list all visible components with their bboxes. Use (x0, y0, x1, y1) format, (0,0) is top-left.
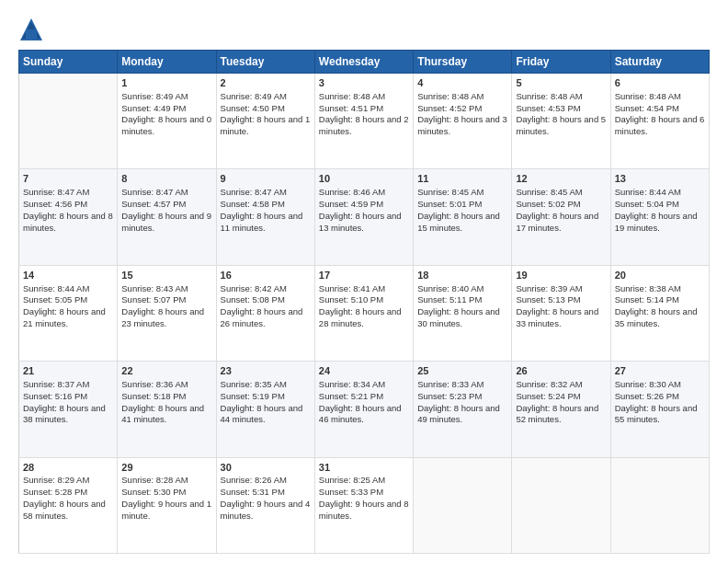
weekday-header: Monday (118, 51, 216, 74)
day-number: 23 (221, 364, 311, 378)
sunrise-text: Sunrise: 8:48 AM (615, 91, 681, 101)
calendar-cell (512, 457, 610, 553)
daylight-text: Daylight: 8 hours and 8 minutes. (23, 211, 113, 233)
calendar-cell: 26Sunrise: 8:32 AMSunset: 5:24 PMDayligh… (512, 362, 610, 457)
sunrise-text: Sunrise: 8:45 AM (417, 187, 483, 197)
day-number: 17 (319, 269, 409, 282)
calendar-cell: 29Sunrise: 8:28 AMSunset: 5:30 PMDayligh… (118, 457, 216, 553)
daylight-text: Daylight: 8 hours and 35 minutes. (615, 306, 698, 328)
calendar-week-row: 14Sunrise: 8:44 AMSunset: 5:05 PMDayligh… (19, 265, 710, 361)
calendar-table: SundayMondayTuesdayWednesdayThursdayFrid… (18, 50, 710, 554)
calendar-cell: 6Sunrise: 8:48 AMSunset: 4:54 PMDaylight… (610, 74, 709, 169)
day-number: 19 (516, 269, 606, 282)
day-number: 27 (615, 364, 705, 378)
day-number: 12 (516, 172, 606, 186)
sunset-text: Sunset: 5:11 PM (417, 294, 482, 304)
sunset-text: Sunset: 5:13 PM (516, 294, 580, 304)
sunrise-text: Sunrise: 8:45 AM (516, 187, 582, 197)
sunrise-text: Sunrise: 8:32 AM (516, 379, 582, 389)
sunset-text: Sunset: 5:33 PM (319, 487, 383, 497)
weekday-header: Friday (512, 51, 610, 74)
day-number: 18 (417, 269, 507, 282)
weekday-header: Sunday (19, 51, 118, 74)
daylight-text: Daylight: 8 hours and 49 minutes. (417, 403, 500, 425)
day-number: 3 (319, 76, 409, 90)
sunset-text: Sunset: 5:28 PM (23, 487, 87, 497)
sunset-text: Sunset: 5:07 PM (121, 294, 186, 304)
day-number: 6 (615, 76, 705, 90)
daylight-text: Daylight: 9 hours and 4 minutes. (221, 499, 311, 521)
calendar-cell: 21Sunrise: 8:37 AMSunset: 5:16 PMDayligh… (19, 362, 118, 457)
sunrise-text: Sunrise: 8:37 AM (23, 379, 89, 389)
sunset-text: Sunset: 4:51 PM (319, 103, 383, 113)
calendar-cell: 27Sunrise: 8:30 AMSunset: 5:26 PMDayligh… (610, 362, 709, 457)
sunset-text: Sunset: 5:14 PM (615, 294, 679, 304)
calendar-cell (414, 457, 512, 553)
sunrise-text: Sunrise: 8:28 AM (121, 475, 188, 485)
calendar-cell: 13Sunrise: 8:44 AMSunset: 5:04 PMDayligh… (610, 169, 709, 265)
sunset-text: Sunset: 5:08 PM (221, 294, 285, 304)
calendar-header: SundayMondayTuesdayWednesdayThursdayFrid… (19, 51, 710, 74)
weekday-header: Thursday (414, 51, 512, 74)
daylight-text: Daylight: 8 hours and 41 minutes. (121, 403, 204, 425)
sunrise-text: Sunrise: 8:33 AM (417, 379, 483, 389)
day-number: 7 (23, 172, 113, 186)
sunrise-text: Sunrise: 8:49 AM (221, 91, 287, 101)
day-number: 16 (221, 269, 311, 282)
sunset-text: Sunset: 5:10 PM (319, 294, 383, 304)
day-number: 30 (221, 461, 311, 475)
day-number: 2 (221, 76, 311, 90)
sunset-text: Sunset: 5:02 PM (516, 199, 580, 209)
daylight-text: Daylight: 8 hours and 28 minutes. (319, 306, 402, 328)
daylight-text: Daylight: 8 hours and 38 minutes. (23, 403, 106, 425)
sunset-text: Sunset: 4:52 PM (417, 103, 482, 113)
sunrise-text: Sunrise: 8:48 AM (516, 91, 582, 101)
sunrise-text: Sunrise: 8:30 AM (615, 379, 681, 389)
sunrise-text: Sunrise: 8:48 AM (417, 91, 483, 101)
daylight-text: Daylight: 8 hours and 33 minutes. (516, 306, 598, 328)
day-number: 8 (121, 172, 211, 186)
day-number: 4 (417, 76, 507, 90)
daylight-text: Daylight: 8 hours and 44 minutes. (221, 403, 303, 425)
sunrise-text: Sunrise: 8:43 AM (121, 283, 188, 293)
sunset-text: Sunset: 4:49 PM (121, 103, 186, 113)
calendar-week-row: 21Sunrise: 8:37 AMSunset: 5:16 PMDayligh… (19, 362, 710, 457)
logo-icon (18, 17, 44, 42)
sunrise-text: Sunrise: 8:34 AM (319, 379, 385, 389)
sunset-text: Sunset: 5:24 PM (516, 391, 580, 401)
calendar-cell: 7Sunrise: 8:47 AMSunset: 4:56 PMDaylight… (19, 169, 118, 265)
calendar-week-row: 28Sunrise: 8:29 AMSunset: 5:28 PMDayligh… (19, 457, 710, 553)
sunrise-text: Sunrise: 8:49 AM (121, 91, 188, 101)
calendar-cell: 10Sunrise: 8:46 AMSunset: 4:59 PMDayligh… (314, 169, 413, 265)
weekday-header: Tuesday (216, 51, 314, 74)
header (18, 15, 710, 42)
day-number: 31 (319, 461, 409, 475)
sunrise-text: Sunrise: 8:36 AM (121, 379, 188, 389)
calendar-cell: 5Sunrise: 8:48 AMSunset: 4:53 PMDaylight… (512, 74, 610, 169)
day-number: 14 (23, 269, 113, 282)
daylight-text: Daylight: 8 hours and 2 minutes. (319, 114, 409, 136)
sunrise-text: Sunrise: 8:25 AM (319, 475, 385, 485)
sunset-text: Sunset: 5:21 PM (319, 391, 383, 401)
sunrise-text: Sunrise: 8:47 AM (221, 187, 287, 197)
day-number: 26 (516, 364, 606, 378)
sunset-text: Sunset: 5:26 PM (615, 391, 679, 401)
weekday-header-row: SundayMondayTuesdayWednesdayThursdayFrid… (19, 51, 710, 74)
calendar-cell: 11Sunrise: 8:45 AMSunset: 5:01 PMDayligh… (414, 169, 512, 265)
daylight-text: Daylight: 8 hours and 17 minutes. (516, 211, 598, 233)
day-number: 20 (615, 269, 705, 282)
day-number: 13 (615, 172, 705, 186)
sunset-text: Sunset: 4:53 PM (516, 103, 580, 113)
calendar-cell: 15Sunrise: 8:43 AMSunset: 5:07 PMDayligh… (118, 265, 216, 361)
sunset-text: Sunset: 4:59 PM (319, 199, 383, 209)
calendar-cell: 2Sunrise: 8:49 AMSunset: 4:50 PMDaylight… (216, 74, 314, 169)
calendar-body: 1Sunrise: 8:49 AMSunset: 4:49 PMDaylight… (19, 74, 710, 554)
sunrise-text: Sunrise: 8:40 AM (417, 283, 483, 293)
calendar-cell (610, 457, 709, 553)
day-number: 5 (516, 76, 606, 90)
day-number: 15 (121, 269, 211, 282)
day-number: 1 (121, 76, 211, 90)
daylight-text: Daylight: 8 hours and 58 minutes. (23, 499, 106, 521)
sunrise-text: Sunrise: 8:26 AM (221, 475, 287, 485)
calendar-cell: 31Sunrise: 8:25 AMSunset: 5:33 PMDayligh… (314, 457, 413, 553)
